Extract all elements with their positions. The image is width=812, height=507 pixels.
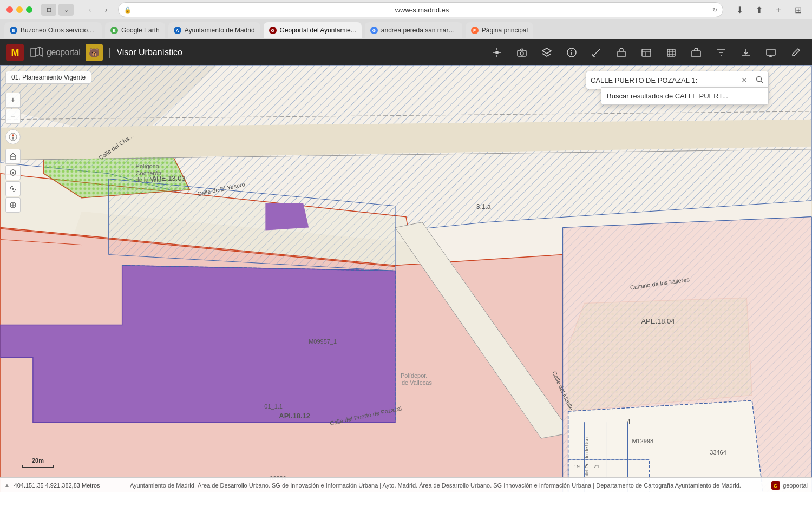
back-button[interactable]: ‹ — [82, 2, 97, 17]
tab-title-buzoneo: Buzoneo Otros servicios... — [21, 27, 96, 34]
refresh-icon[interactable]: ↻ — [712, 6, 717, 14]
share-button[interactable]: ⬆ — [751, 2, 767, 17]
tabs-bar: B Buzoneo Otros servicios... E Google Ea… — [0, 19, 812, 39]
svg-point-84 — [12, 188, 14, 190]
tool-chart[interactable] — [662, 43, 681, 62]
tool-measure[interactable] — [587, 43, 606, 62]
coords-icon: ▲ — [4, 482, 10, 488]
gps-button[interactable] — [5, 181, 21, 196]
scale-bar: 20m — [22, 457, 54, 468]
svg-marker-1 — [35, 47, 40, 56]
search-go-button[interactable] — [751, 71, 768, 89]
svg-marker-77 — [12, 134, 14, 137]
tool-tools[interactable] — [612, 43, 631, 62]
svg-point-81 — [12, 172, 14, 174]
svg-rect-25 — [692, 51, 700, 57]
map-container[interactable]: Calle del Cha... Polígono Cocherón de la… — [0, 65, 812, 492]
tool-filter[interactable] — [711, 43, 731, 62]
lock-icon: 🔒 — [124, 6, 132, 14]
address-bar[interactable]: 🔒 www-s.madrid.es ↻ — [118, 2, 723, 17]
tab-title-andrea: andrea pereda san marti... — [381, 27, 457, 34]
geoportal-watermark: G geoportal — [771, 480, 808, 490]
tab-ayuntamiento[interactable]: A Ayuntamiento de Madrid — [168, 22, 260, 38]
title-bar: ⊟ ⌄ ‹ › 🔒 www-s.madrid.es ↻ ⬇ ⬆ ＋ ⊞ — [0, 0, 812, 19]
svg-marker-61 — [265, 203, 309, 231]
browser-toolbar-right: ⬇ ⬆ ＋ ⊞ — [732, 2, 806, 17]
tab-earth[interactable]: E Google Earth — [105, 22, 165, 38]
label-m09957: M09957_1 — [309, 338, 337, 345]
label-3.1.a: 3.1.a — [476, 203, 491, 210]
svg-rect-20 — [667, 49, 675, 56]
visor-logo-area: 🐻 | Visor Urbanístico — [86, 44, 182, 61]
label-ape1303: APE.13.03 — [152, 174, 186, 182]
tab-favicon-buzoneo: B — [10, 27, 17, 34]
svg-rect-17 — [642, 49, 651, 56]
tab-geoportal[interactable]: G Geoportal del Ayuntamie... — [264, 22, 362, 38]
tool-edit[interactable] — [786, 43, 806, 62]
close-button[interactable] — [6, 6, 13, 13]
svg-point-3 — [495, 51, 499, 54]
tool-screen[interactable] — [761, 43, 781, 62]
tab-buzoneo[interactable]: B Buzoneo Otros servicios... — [4, 22, 102, 38]
geoportal-text: geoportal — [47, 48, 80, 57]
tool-export[interactable] — [736, 43, 756, 62]
home-button[interactable] — [5, 149, 21, 164]
logo-separator: | — [108, 47, 111, 59]
zoom-in-button[interactable]: + — [5, 93, 21, 108]
label-m12998: M12998 — [632, 438, 653, 444]
minimize-button[interactable] — [16, 6, 23, 13]
search-clear-button[interactable]: ✕ — [738, 74, 751, 87]
label-0111: 01_1.1 — [264, 403, 283, 410]
tool-info[interactable] — [562, 43, 581, 62]
tool-table[interactable] — [637, 43, 656, 62]
tab-favicon-ayuntamiento: A — [174, 27, 181, 34]
address-text: www-s.madrid.es — [135, 6, 709, 14]
svg-marker-2 — [40, 47, 43, 56]
svg-line-13 — [593, 49, 600, 56]
visor-title: Visor Urbanístico — [116, 48, 182, 57]
tab-pagina[interactable]: P Página principal — [466, 22, 533, 38]
sidebar-toggle[interactable]: ⊟ — [41, 4, 56, 16]
attribution-text: Ayuntamiento de Madrid. Área de Desarrol… — [100, 482, 771, 489]
forward-button[interactable]: › — [99, 2, 114, 17]
search-dropdown-item[interactable]: Buscar resultados de CALLE PUERT... — [601, 88, 768, 104]
map-svg: Calle del Cha... Polígono Cocherón de la… — [0, 65, 812, 492]
tool-bag[interactable] — [686, 43, 706, 62]
compass[interactable] — [5, 129, 21, 144]
tab-andrea[interactable]: G andrea pereda san marti... — [365, 22, 462, 38]
svg-text:G: G — [774, 483, 777, 489]
svg-rect-0 — [31, 49, 35, 56]
label-ape1804: APE.18.04 — [641, 317, 675, 325]
zoom-out-button[interactable]: − — [5, 109, 21, 124]
maximize-button[interactable] — [26, 6, 32, 13]
chevron-down-icon[interactable]: ⌄ — [58, 4, 74, 16]
tab-favicon-pagina: P — [471, 27, 479, 34]
grid-view-button[interactable]: ⊞ — [790, 2, 806, 17]
rotate-button[interactable] — [5, 197, 21, 213]
label-poligono: Polígono — [136, 163, 159, 169]
search-input[interactable] — [586, 73, 738, 88]
tab-favicon-andrea: G — [370, 27, 378, 34]
tab-title-earth: Google Earth — [121, 27, 160, 34]
geoportal-logo-small: G — [771, 480, 781, 490]
tab-favicon-geoportal: G — [269, 27, 277, 34]
window-controls: ⊟ ⌄ — [41, 4, 74, 16]
bookmark-button[interactable] — [5, 165, 21, 180]
tool-camera[interactable] — [512, 43, 532, 62]
tool-location[interactable] — [487, 43, 507, 62]
download-button[interactable]: ⬇ — [732, 2, 747, 17]
scale-label: 20m — [32, 457, 44, 464]
visor-icon: 🐻 — [86, 44, 103, 61]
svg-line-87 — [761, 81, 763, 84]
madrid-logo: M — [6, 44, 24, 61]
layer-badge: 01. Planeamiento Vigente — [5, 71, 91, 84]
new-tab-button[interactable]: ＋ — [771, 2, 786, 17]
svg-rect-30 — [767, 49, 775, 55]
app-toolbar: M geoportal 🐻 | Visor Urbanístico — [0, 39, 812, 65]
scale-line — [22, 465, 54, 468]
grid-19: 19 — [574, 463, 580, 469]
grid-21: 21 — [594, 463, 600, 469]
svg-point-9 — [520, 52, 523, 55]
tool-layers[interactable] — [537, 43, 556, 62]
tab-favicon-earth: E — [110, 27, 118, 34]
